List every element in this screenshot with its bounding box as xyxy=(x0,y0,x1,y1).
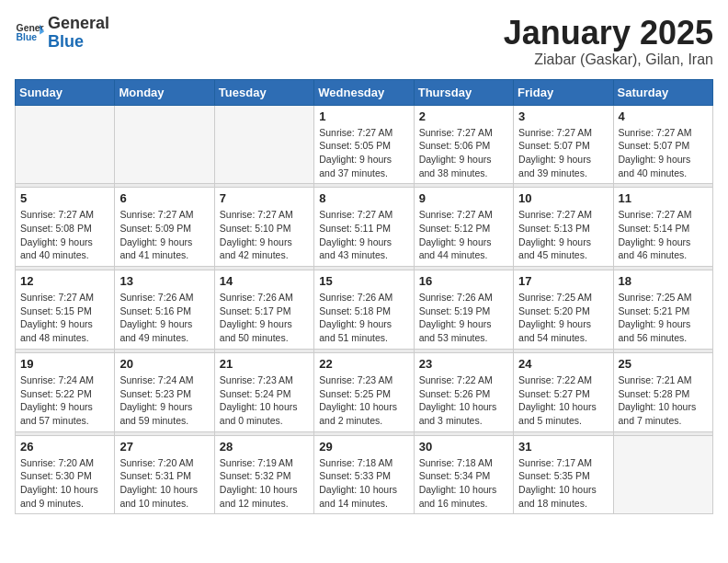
logo-general-text: General xyxy=(48,15,109,33)
daylight-label: Daylight: 10 hours and 16 minutes. xyxy=(419,484,497,509)
daylight-label: Daylight: 9 hours and 44 minutes. xyxy=(419,236,492,261)
sunrise-label: Sunrise: 7:24 AM xyxy=(20,374,94,385)
sunrise-label: Sunrise: 7:21 AM xyxy=(619,374,692,385)
logo-icon: General Blue xyxy=(15,18,44,48)
sunrise-label: Sunrise: 7:23 AM xyxy=(220,374,293,385)
day-number: 30 xyxy=(419,440,508,454)
daylight-label: Daylight: 10 hours and 3 minutes. xyxy=(419,401,497,426)
day-info: Sunrise: 7:25 AMSunset: 5:21 PMDaylight:… xyxy=(619,291,708,345)
daylight-label: Daylight: 9 hours and 53 minutes. xyxy=(419,318,492,343)
day-info: Sunrise: 7:24 AMSunset: 5:22 PMDaylight:… xyxy=(20,373,109,428)
sunrise-label: Sunrise: 7:27 AM xyxy=(319,209,392,220)
sunrise-label: Sunrise: 7:22 AM xyxy=(518,374,592,385)
calendar-day: 18Sunrise: 7:25 AMSunset: 5:21 PMDayligh… xyxy=(613,270,712,350)
daylight-label: Daylight: 10 hours and 9 minutes. xyxy=(20,484,98,509)
sunrise-label: Sunrise: 7:27 AM xyxy=(20,292,94,303)
day-info: Sunrise: 7:27 AMSunset: 5:07 PMDaylight:… xyxy=(619,126,708,180)
calendar-day: 19Sunrise: 7:24 AMSunset: 5:22 PMDayligh… xyxy=(16,352,115,431)
calendar-day: 31Sunrise: 7:17 AMSunset: 5:35 PMDayligh… xyxy=(514,435,613,514)
calendar-day: 16Sunrise: 7:26 AMSunset: 5:19 PMDayligh… xyxy=(414,270,513,350)
day-info: Sunrise: 7:26 AMSunset: 5:19 PMDaylight:… xyxy=(419,291,508,345)
calendar-day: 14Sunrise: 7:26 AMSunset: 5:17 PMDayligh… xyxy=(214,270,313,350)
col-friday: Friday xyxy=(514,79,613,105)
sunrise-label: Sunrise: 7:26 AM xyxy=(419,292,493,303)
day-info: Sunrise: 7:20 AMSunset: 5:30 PMDaylight:… xyxy=(20,456,109,511)
calendar-week-4: 19Sunrise: 7:24 AMSunset: 5:22 PMDayligh… xyxy=(16,352,713,431)
day-info: Sunrise: 7:23 AMSunset: 5:24 PMDaylight:… xyxy=(220,373,309,428)
day-number: 3 xyxy=(518,109,608,123)
logo-blue-text: Blue xyxy=(48,33,109,52)
day-number: 5 xyxy=(20,191,109,205)
day-number: 7 xyxy=(220,191,309,205)
day-number: 8 xyxy=(319,191,408,205)
sunset-label: Sunset: 5:11 PM xyxy=(319,223,391,234)
calendar-day: 12Sunrise: 7:27 AMSunset: 5:15 PMDayligh… xyxy=(16,270,115,350)
daylight-label: Daylight: 9 hours and 43 minutes. xyxy=(319,236,392,261)
logo: General Blue General Blue xyxy=(15,15,109,52)
calendar-day: 24Sunrise: 7:22 AMSunset: 5:27 PMDayligh… xyxy=(514,352,613,431)
sunset-label: Sunset: 5:12 PM xyxy=(419,223,491,234)
day-number: 15 xyxy=(319,274,408,288)
day-number: 16 xyxy=(419,274,508,288)
day-info: Sunrise: 7:23 AMSunset: 5:25 PMDaylight:… xyxy=(319,373,408,428)
day-number: 1 xyxy=(319,109,408,123)
calendar-day: 10Sunrise: 7:27 AMSunset: 5:13 PMDayligh… xyxy=(514,188,613,267)
daylight-label: Daylight: 9 hours and 50 minutes. xyxy=(220,318,292,343)
calendar-day: 4Sunrise: 7:27 AMSunset: 5:07 PMDaylight… xyxy=(613,105,712,184)
sunrise-label: Sunrise: 7:27 AM xyxy=(619,209,692,220)
sunset-label: Sunset: 5:10 PM xyxy=(220,223,291,234)
day-info: Sunrise: 7:21 AMSunset: 5:28 PMDaylight:… xyxy=(619,373,708,428)
header-row: Sunday Monday Tuesday Wednesday Thursday… xyxy=(16,79,713,105)
sunset-label: Sunset: 5:07 PM xyxy=(518,140,590,151)
day-number: 19 xyxy=(20,357,109,371)
daylight-label: Daylight: 9 hours and 56 minutes. xyxy=(619,318,691,343)
calendar-day: 6Sunrise: 7:27 AMSunset: 5:09 PMDaylight… xyxy=(115,188,214,267)
col-tuesday: Tuesday xyxy=(214,79,313,105)
calendar-day: 5Sunrise: 7:27 AMSunset: 5:08 PMDaylight… xyxy=(16,188,115,267)
daylight-label: Daylight: 9 hours and 46 minutes. xyxy=(619,236,691,261)
title-block: January 2025 Ziabar (Gaskar), Gilan, Ira… xyxy=(504,15,713,68)
calendar-day: 9Sunrise: 7:27 AMSunset: 5:12 PMDaylight… xyxy=(414,188,513,267)
sunrise-label: Sunrise: 7:25 AM xyxy=(619,292,692,303)
sunrise-label: Sunrise: 7:23 AM xyxy=(319,374,392,385)
day-number: 6 xyxy=(119,191,209,205)
calendar-day: 23Sunrise: 7:22 AMSunset: 5:26 PMDayligh… xyxy=(414,352,513,431)
calendar-day: 2Sunrise: 7:27 AMSunset: 5:06 PMDaylight… xyxy=(414,105,513,184)
day-info: Sunrise: 7:18 AMSunset: 5:33 PMDaylight:… xyxy=(319,456,408,511)
sunset-label: Sunset: 5:21 PM xyxy=(619,305,690,316)
sunrise-label: Sunrise: 7:20 AM xyxy=(20,457,94,468)
day-number: 13 xyxy=(119,274,209,288)
calendar-title: January 2025 xyxy=(504,15,713,52)
sunrise-label: Sunrise: 7:27 AM xyxy=(518,127,592,138)
col-wednesday: Wednesday xyxy=(314,79,414,105)
sunrise-label: Sunrise: 7:20 AM xyxy=(119,457,193,468)
day-info: Sunrise: 7:26 AMSunset: 5:17 PMDaylight:… xyxy=(220,291,309,345)
daylight-label: Daylight: 9 hours and 48 minutes. xyxy=(20,318,93,343)
calendar-day: 22Sunrise: 7:23 AMSunset: 5:25 PMDayligh… xyxy=(314,352,414,431)
day-number: 18 xyxy=(619,274,708,288)
daylight-label: Daylight: 10 hours and 7 minutes. xyxy=(619,401,697,426)
calendar-day: 11Sunrise: 7:27 AMSunset: 5:14 PMDayligh… xyxy=(613,188,712,267)
sunset-label: Sunset: 5:18 PM xyxy=(319,305,391,316)
sunset-label: Sunset: 5:05 PM xyxy=(319,140,391,151)
sunrise-label: Sunrise: 7:27 AM xyxy=(20,209,94,220)
daylight-label: Daylight: 9 hours and 57 minutes. xyxy=(20,401,93,426)
day-number: 9 xyxy=(419,191,508,205)
day-info: Sunrise: 7:24 AMSunset: 5:23 PMDaylight:… xyxy=(119,373,209,428)
calendar-day: 3Sunrise: 7:27 AMSunset: 5:07 PMDaylight… xyxy=(514,105,613,184)
daylight-label: Daylight: 9 hours and 39 minutes. xyxy=(518,154,591,178)
calendar-day: 8Sunrise: 7:27 AMSunset: 5:11 PMDaylight… xyxy=(314,188,414,267)
daylight-label: Daylight: 9 hours and 54 minutes. xyxy=(518,318,591,343)
sunrise-label: Sunrise: 7:22 AM xyxy=(419,374,493,385)
day-number: 21 xyxy=(220,357,309,371)
day-info: Sunrise: 7:20 AMSunset: 5:31 PMDaylight:… xyxy=(119,456,209,511)
day-number: 20 xyxy=(119,357,209,371)
daylight-label: Daylight: 9 hours and 51 minutes. xyxy=(319,318,392,343)
calendar-day: 17Sunrise: 7:25 AMSunset: 5:20 PMDayligh… xyxy=(514,270,613,350)
col-monday: Monday xyxy=(115,79,214,105)
sunset-label: Sunset: 5:32 PM xyxy=(220,470,291,481)
daylight-label: Daylight: 10 hours and 5 minutes. xyxy=(518,401,597,426)
sunrise-label: Sunrise: 7:18 AM xyxy=(319,457,392,468)
day-number: 24 xyxy=(518,357,608,371)
daylight-label: Daylight: 9 hours and 40 minutes. xyxy=(619,154,691,178)
